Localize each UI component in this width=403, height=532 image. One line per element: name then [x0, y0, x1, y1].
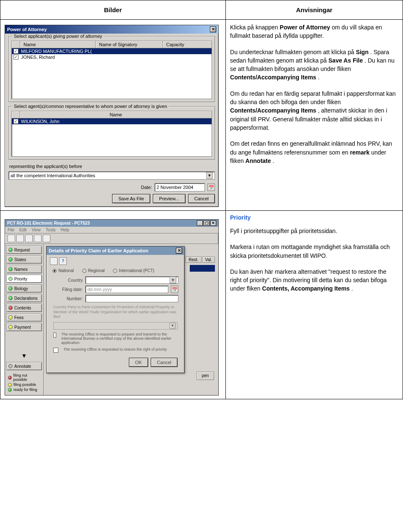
maximize-icon[interactable]: ▢	[204, 220, 209, 226]
poa-group1-legend: Select applicant(s) giving power of atto…	[12, 34, 104, 39]
side-panel: Request States Names Priority Biology De…	[5, 244, 44, 395]
sidebar-item-payment[interactable]: Payment	[6, 323, 42, 331]
date-input[interactable]: 2 November 2004	[154, 183, 205, 191]
help-icon[interactable]: ?	[59, 257, 67, 265]
toolbar-icon[interactable]	[25, 235, 33, 242]
hint-text: Country Party to Paris Convention for Pr…	[53, 305, 178, 320]
date-label: Date:	[141, 185, 152, 190]
chevron-down-icon: ▼	[170, 323, 175, 329]
disabled-dropdown: ▼	[53, 322, 178, 330]
close-icon[interactable]: ✕	[210, 26, 216, 32]
col-val: Val.	[202, 257, 215, 263]
window-controls: _ ▢ ✕	[197, 220, 216, 226]
toolbar-icon[interactable]	[34, 235, 42, 242]
calendar-icon[interactable]: 📅	[171, 286, 178, 293]
checkbox-icon[interactable]: ✓	[13, 55, 18, 60]
toolbar-icon[interactable]	[43, 235, 50, 242]
open-button[interactable]: pen	[196, 372, 214, 380]
sidebar-item-names[interactable]: Names	[6, 265, 42, 273]
scroll-down-icon[interactable]: ▼	[6, 352, 42, 359]
agents-table: Name ✓ WILKINSON, John	[11, 111, 212, 157]
checkbox-icon[interactable]	[53, 348, 58, 353]
pct-window: PCT RO-101 Electronic Request - PCT523 _…	[5, 219, 219, 396]
col-name: Name	[20, 111, 212, 118]
cancel-button[interactable]: Cancel	[188, 194, 215, 203]
toolbar	[5, 233, 218, 244]
poa-dialog: Power of Attorney ✕ Select applicant(s) …	[5, 25, 219, 207]
menu-help[interactable]: Help	[60, 228, 69, 232]
header-bilder: Bilder	[0, 0, 226, 20]
rep-label: representing the applicant(s) before	[9, 164, 214, 169]
header-anvisningar: Anvisningar	[226, 0, 403, 20]
label-filing-date: Filing date:	[52, 287, 83, 292]
table-row[interactable]: ✓ WILKINSON, John	[12, 118, 212, 124]
radio-international[interactable]: International (PCT)	[113, 268, 154, 273]
toolbar-icon[interactable]	[8, 235, 15, 242]
col-signatory: Name of Signatory	[96, 41, 163, 48]
table-row[interactable]: ✓ JONES, Richard	[12, 54, 212, 60]
menu-tools[interactable]: Tools	[46, 228, 55, 232]
pct-title: PCT RO-101 Electronic Request - PCT523	[7, 221, 90, 225]
country-dropdown[interactable]: ▼	[85, 276, 178, 284]
cancel-button[interactable]: Cancel	[151, 358, 178, 367]
menu-bar: File Edit View Tools Help	[5, 227, 218, 233]
save-as-file-button[interactable]: Save As File	[112, 194, 150, 203]
instructions-2: Priority Fyll i prioritetsuppgifter på p…	[226, 211, 403, 399]
sidebar-item-states[interactable]: States	[6, 255, 42, 264]
toolbar-icon[interactable]	[16, 235, 24, 242]
menu-view[interactable]: View	[31, 228, 41, 232]
instructions-1: Klicka på knappen Power of Attorney om d…	[226, 20, 403, 211]
radio-national[interactable]: National	[52, 268, 74, 273]
filing-legend: filing not possible filing possible read…	[6, 372, 42, 393]
radio-regional[interactable]: Regional	[82, 268, 105, 273]
label-number: Number:	[52, 296, 83, 301]
table-row[interactable]: ✓ MILFORD MANUFACTURING PL(	[12, 48, 212, 54]
chk-restore-priority: The receiving Office is requested to res…	[63, 347, 167, 351]
priority-details-dialog: Details of Priority Claim of Earlier App…	[46, 246, 185, 373]
applicants-table: Name Name of Signatory Capacity ✓ MILFOR…	[11, 41, 212, 99]
preview-button[interactable]: Preview...	[153, 194, 186, 203]
menu-edit[interactable]: Edit	[19, 228, 26, 232]
chevron-down-icon[interactable]: ▼	[170, 277, 176, 283]
priority-dialog-title: Details of Priority Claim of Earlier App…	[49, 248, 148, 253]
selected-row-strip	[190, 265, 215, 272]
checkbox-icon[interactable]: ✓	[13, 119, 18, 124]
minimize-icon[interactable]: _	[197, 220, 203, 226]
checkbox-icon[interactable]: ✓	[13, 49, 18, 54]
sidebar-item-declarations[interactable]: Declarations	[6, 294, 42, 302]
sidebar-item-fees[interactable]: Fees	[6, 313, 42, 322]
poa-group2-legend: Select agent(s)/common representative to…	[12, 104, 169, 109]
sidebar-item-annotate[interactable]: Annotate	[6, 362, 42, 370]
ok-button[interactable]: OK	[129, 358, 148, 367]
col-capacity: Capacity	[163, 41, 212, 48]
label-country: Country	[52, 278, 83, 283]
sidebar-item-request[interactable]: Request	[6, 246, 42, 254]
checkbox-icon[interactable]	[53, 333, 56, 338]
toolbar-icon[interactable]	[50, 257, 58, 265]
sidebar-item-contents[interactable]: Contents	[6, 304, 42, 312]
section-title-priority: Priority	[230, 214, 398, 221]
number-input[interactable]	[85, 295, 178, 302]
close-icon[interactable]: ✕	[210, 220, 216, 226]
menu-file[interactable]: File	[8, 228, 14, 232]
close-icon[interactable]: ✕	[176, 248, 182, 254]
calendar-icon[interactable]: 📅	[207, 183, 215, 191]
sidebar-item-biology[interactable]: Biology	[6, 284, 42, 293]
chevron-down-icon[interactable]: ▼	[206, 172, 213, 179]
authorities-dropdown[interactable]: all the competent International Authorit…	[8, 171, 215, 180]
sidebar-item-priority[interactable]: Priority	[6, 275, 42, 283]
col-name: Name	[20, 41, 96, 48]
col-rest: Rest.	[186, 257, 201, 263]
filing-date-input[interactable]: dd.mm.yyyy	[85, 286, 168, 293]
chk-prepare-transmit: The receiving Office is requested to pre…	[61, 332, 178, 345]
poa-title: Power of Attorney	[7, 27, 47, 32]
